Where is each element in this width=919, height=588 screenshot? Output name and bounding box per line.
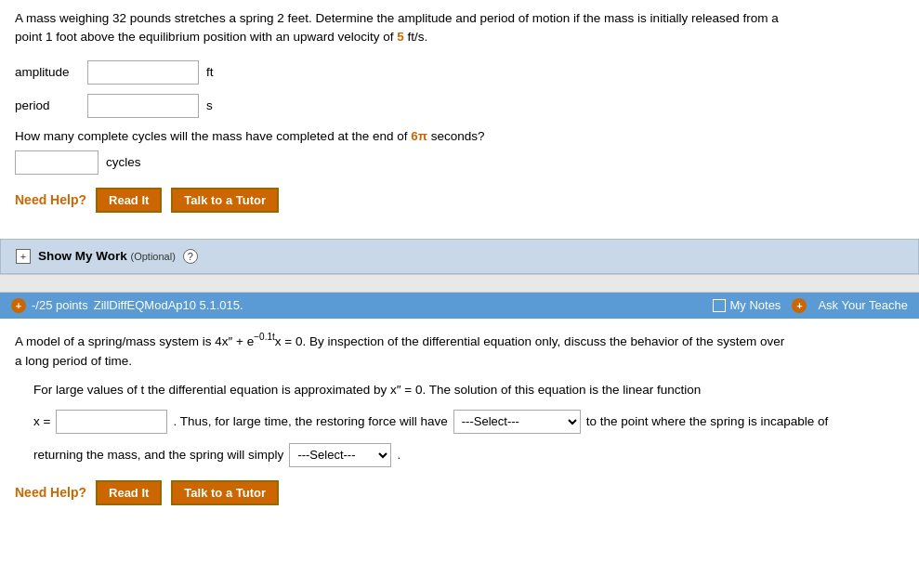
- notes-icon: [713, 299, 726, 312]
- cycles-question-post: seconds?: [427, 129, 485, 143]
- smw-optional-label: (Optional): [131, 251, 176, 262]
- talk-to-tutor-button-bottom[interactable]: Talk to a Tutor: [171, 480, 279, 505]
- read-it-button-top[interactable]: Read It: [96, 188, 162, 213]
- p4-text-part2: x = 0. By inspection of the differential…: [275, 333, 784, 347]
- problem4-bottom-row: returning the mass, and the spring will …: [15, 443, 904, 467]
- velocity-highlight: 5: [397, 30, 404, 44]
- p4-x-input[interactable]: [56, 410, 167, 434]
- smw-help-icon[interactable]: ?: [183, 249, 198, 264]
- problem4-plus-circle[interactable]: +: [11, 298, 26, 313]
- smw-toggle-symbol: +: [20, 251, 26, 262]
- problem-text-part2: point 1 foot above the equilibrium posit…: [15, 30, 397, 44]
- p4-subtext3: to the point where the spring is incapab…: [586, 411, 828, 433]
- problem-description: A mass weighing 32 pounds stretches a sp…: [15, 9, 904, 47]
- section-divider: [0, 274, 919, 293]
- ask-teacher-plus-symbol: +: [796, 300, 802, 311]
- page-container: A mass weighing 32 pounds stretches a sp…: [0, 0, 919, 516]
- cycles-unit: cycles: [106, 155, 141, 169]
- p4-subtext2: . Thus, for large time, the restoring fo…: [173, 411, 447, 433]
- talk-to-tutor-button-top[interactable]: Talk to a Tutor: [171, 188, 279, 213]
- problem-text-part1: A mass weighing 32 pounds stretches a sp…: [15, 11, 779, 25]
- read-it-button-bottom[interactable]: Read It: [96, 480, 162, 505]
- amplitude-input[interactable]: [87, 60, 199, 85]
- show-my-work-toggle[interactable]: +: [16, 249, 31, 264]
- cycles-input[interactable]: [15, 150, 98, 175]
- problem4-header-left: + -/25 points ZillDiffEQModAp10 5.1.015.: [11, 298, 243, 313]
- p4-exponent: −0.1t: [254, 332, 275, 342]
- p4-subtext5: .: [397, 444, 400, 466]
- smw-main-label: Show My Work: [38, 249, 127, 263]
- problem4-header-right: My Notes + Ask Your Teache: [713, 298, 908, 313]
- cycles-question: How many complete cycles will the mass h…: [15, 129, 904, 143]
- need-help-row-bottom: Need Help? Read It Talk to a Tutor: [15, 480, 904, 505]
- need-help-row-top: Need Help? Read It Talk to a Tutor: [15, 188, 904, 213]
- p4-text-part1: A model of a spring/mass system is 4x″ +…: [15, 333, 254, 347]
- problem4-main-text: A model of a spring/mass system is 4x″ +…: [15, 330, 904, 372]
- my-notes-label: My Notes: [729, 298, 781, 312]
- problem4-points: -/25 points: [32, 298, 88, 312]
- period-input[interactable]: [87, 94, 199, 118]
- amplitude-row: amplitude ft: [15, 60, 904, 85]
- p4-subtext4: returning the mass, and the spring will …: [33, 444, 283, 466]
- problem4-source: ZillDiffEQModAp10 5.1.015.: [94, 298, 243, 312]
- ask-teacher-plus-circle[interactable]: +: [792, 298, 807, 313]
- cycles-section: How many complete cycles will the mass h…: [15, 129, 904, 175]
- need-help-label-top: Need Help?: [15, 192, 86, 207]
- problem4-header: + -/25 points ZillDiffEQModAp10 5.1.015.…: [0, 293, 919, 319]
- p4-x-equals: x =: [33, 411, 50, 433]
- problem4-plus-symbol: +: [16, 300, 21, 311]
- smw-label: Show My Work (Optional): [38, 249, 176, 263]
- amplitude-unit: ft: [206, 65, 214, 79]
- cycles-row: cycles: [15, 150, 904, 175]
- problem4-subtext1: For large values of t the differential e…: [15, 380, 904, 400]
- show-my-work-bar: + Show My Work (Optional) ?: [0, 239, 919, 274]
- my-notes-button[interactable]: My Notes: [713, 298, 781, 312]
- top-section: A mass weighing 32 pounds stretches a sp…: [0, 0, 919, 228]
- ask-teacher-label: Ask Your Teache: [818, 298, 908, 312]
- problem-text-part3: ft/s.: [404, 30, 428, 44]
- problem4-content: A model of a spring/mass system is 4x″ +…: [0, 319, 919, 516]
- p4-select2[interactable]: ---Select--- expand contract break oscil…: [289, 443, 391, 467]
- amplitude-label: amplitude: [15, 65, 80, 79]
- period-unit: s: [206, 98, 213, 112]
- p4-select1[interactable]: ---Select--- increased decreased remaine…: [453, 410, 581, 434]
- cycles-highlight: 6π: [411, 129, 427, 143]
- cycles-question-pre: How many complete cycles will the mass h…: [15, 129, 411, 143]
- period-row: period s: [15, 94, 904, 118]
- p4-text-part3: a long period of time.: [15, 354, 132, 368]
- need-help-label-bottom: Need Help?: [15, 485, 86, 500]
- smw-help-symbol: ?: [188, 251, 193, 262]
- problem4-equation-row: x = . Thus, for large time, the restorin…: [15, 410, 904, 434]
- period-label: period: [15, 98, 80, 112]
